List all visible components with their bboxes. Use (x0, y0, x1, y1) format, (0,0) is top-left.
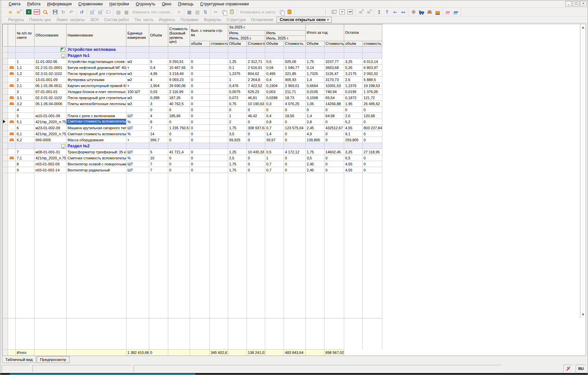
pdf-export-icon[interactable]: PDF (33, 8, 41, 16)
cell[interactable]: 5 (149, 59, 168, 65)
cell[interactable] (8, 173, 16, 318)
row-selector[interactable] (3, 53, 8, 59)
cell[interactable]: Масса оборудования (67, 137, 126, 143)
copy-to-estimate-button[interactable]: Копировать в смету (238, 10, 277, 14)
cell[interactable]: 3,25 (344, 149, 363, 155)
level-top-icon[interactable]: ↥ (375, 8, 383, 16)
cell[interactable]: 0 (190, 83, 210, 89)
cell[interactable]: 18,73 (284, 95, 306, 101)
cell[interactable]: 1,75 (228, 161, 247, 167)
cell[interactable]: 0 (363, 137, 382, 143)
cell[interactable]: ШТ (126, 167, 149, 173)
cell[interactable]: 0,3 (265, 101, 284, 107)
cell[interactable] (344, 318, 363, 350)
row-type-icon-cell[interactable] (8, 101, 16, 107)
column-header-name[interactable]: Наименование (67, 24, 126, 47)
cell[interactable]: 6 803,97 (363, 65, 382, 71)
row-type-icon-cell[interactable] (8, 89, 16, 95)
cell[interactable] (149, 53, 168, 59)
level-out-icon[interactable]: ↤ (399, 8, 407, 16)
cell[interactable]: 211,71 (284, 89, 306, 95)
cell[interactable]: 0,072 (228, 95, 247, 101)
cell[interactable]: 0 (363, 167, 382, 173)
row-selector[interactable] (3, 71, 8, 77)
cell[interactable]: 1,7325 (306, 71, 324, 77)
cell[interactable]: 0 (190, 101, 210, 107)
close-button[interactable]: × (580, 1, 587, 6)
toolbar-grip[interactable] (2, 9, 3, 15)
row-type-icon-cell[interactable] (8, 143, 16, 149)
cell[interactable]: 0 (247, 167, 265, 173)
cell[interactable]: 5,1 (16, 119, 34, 125)
column-header-sub_vol_c[interactable]: Объём (228, 41, 247, 47)
cell[interactable]: 9 250,91 (168, 59, 190, 65)
add-child-row-icon[interactable]: ▤✶ (96, 8, 104, 16)
cell[interactable] (228, 47, 247, 53)
cell[interactable] (210, 318, 228, 350)
panel-item-popravki[interactable]: Поправки (178, 17, 201, 23)
column-header-sub_cost_c2[interactable]: Стоимость (284, 41, 306, 47)
cell[interactable]: 0 (363, 107, 382, 113)
cell[interactable]: 3237,77 (324, 59, 344, 65)
cell[interactable]: 0,6664 (306, 83, 324, 89)
cell[interactable]: 1 376,05 (363, 89, 382, 95)
cell[interactable] (168, 53, 190, 59)
cell[interactable]: 26 495,62 (363, 101, 382, 107)
cell[interactable] (344, 143, 363, 149)
blocks-icon[interactable]: ▦ (122, 8, 130, 16)
cell[interactable] (190, 318, 210, 350)
cell[interactable]: 0 (284, 119, 306, 125)
panel-item-esn[interactable]: ЭСН (87, 17, 101, 23)
cell[interactable]: 0 (284, 161, 306, 167)
cell[interactable]: 0 (190, 65, 210, 71)
cell[interactable]: 1126,47 (324, 71, 344, 77)
column-header-remainder[interactable]: Остаток (344, 24, 382, 41)
cell[interactable]: 0 (363, 131, 382, 137)
row-selector[interactable] (3, 101, 8, 107)
cell[interactable]: 0,14 (306, 65, 324, 71)
calculator-icon[interactable]: ▦ (185, 8, 193, 16)
cell[interactable]: Машина крутильная сигарного типа (67, 125, 126, 131)
row-type-icon-cell[interactable] (8, 83, 16, 89)
cell[interactable] (16, 173, 34, 318)
cell[interactable]: 41 721,4 (168, 149, 190, 155)
tab-preview[interactable]: Предпросмотр (37, 356, 70, 363)
cell[interactable]: 14266,88 (324, 101, 344, 107)
cell[interactable]: 0,1008 (306, 95, 324, 101)
cell[interactable]: 0 (265, 107, 284, 113)
cell[interactable]: 432512,67 (324, 125, 344, 131)
cell[interactable]: 0 (324, 119, 344, 125)
cell[interactable]: 0,7 (265, 125, 284, 131)
cell[interactable]: 7 (16, 149, 34, 155)
cell[interactable] (344, 47, 363, 53)
cell[interactable]: 399,7 (149, 137, 168, 143)
search-icon[interactable] (41, 8, 49, 16)
comment-icon[interactable] (104, 8, 112, 16)
row-selector[interactable] (3, 143, 8, 149)
cell[interactable]: 6,5 (344, 155, 363, 161)
cell[interactable] (284, 173, 306, 318)
cell[interactable] (324, 47, 344, 53)
cell[interactable]: p (34, 53, 67, 59)
selected-cell[interactable]: Сметная стоимость вспомогательных (67, 119, 126, 125)
cell[interactable]: 46,42 (247, 113, 265, 119)
cell[interactable]: 0,476 (228, 83, 247, 89)
equipment-icon[interactable] (433, 8, 442, 16)
cell[interactable] (265, 143, 284, 149)
cell[interactable] (210, 149, 228, 155)
row-selector[interactable] (3, 89, 8, 95)
toolbar-grip[interactable] (325, 9, 327, 15)
cell[interactable]: 0,4 (265, 77, 284, 83)
cell[interactable]: 5,2 (344, 119, 363, 125)
row-selector[interactable] (3, 155, 8, 161)
cell[interactable] (284, 318, 306, 350)
scroll-down-icon[interactable]: ▼ (580, 312, 586, 317)
cell[interactable]: м3 (126, 59, 149, 65)
cell[interactable] (190, 53, 210, 59)
cell[interactable]: 8 (149, 119, 168, 125)
cell[interactable]: 0 (247, 107, 265, 113)
cell[interactable]: 1,75 (228, 125, 247, 131)
cell[interactable]: 5 888,5 (363, 77, 382, 83)
cell[interactable] (210, 65, 228, 71)
cell[interactable] (149, 143, 168, 149)
